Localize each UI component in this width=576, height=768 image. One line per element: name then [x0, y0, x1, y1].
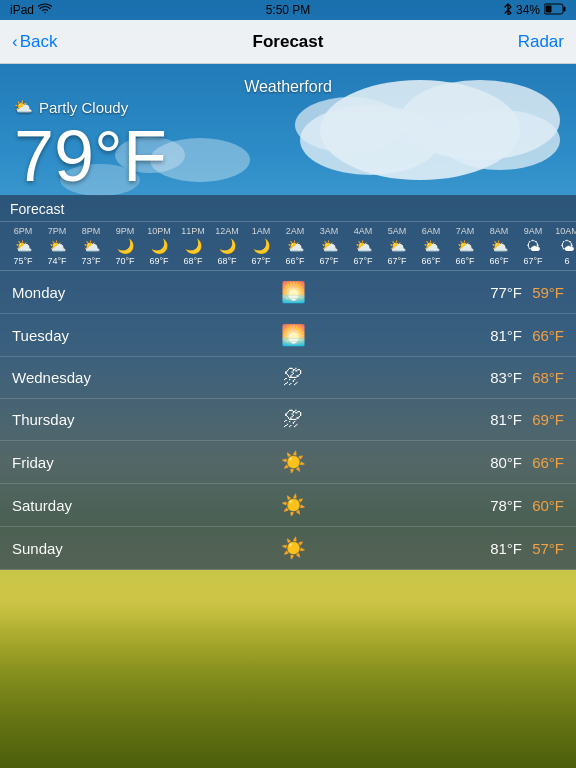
- daily-condition-icon: ☀️: [112, 493, 474, 517]
- daily-row: Wednesday ⛈ 83°F 68°F: [0, 357, 576, 399]
- hourly-icon: ⛅: [49, 238, 66, 254]
- hourly-temp: 69°F: [149, 256, 168, 266]
- battery-percent: 34%: [516, 3, 540, 17]
- hourly-time: 8PM: [82, 226, 101, 236]
- hourly-icon: 🌤: [526, 238, 540, 254]
- svg-rect-9: [564, 6, 566, 11]
- status-bar: iPad 5:50 PM 34%: [0, 0, 576, 20]
- daily-day-label: Tuesday: [12, 327, 112, 344]
- daily-condition-icon: 🌅: [112, 323, 474, 347]
- hourly-temp: 67°F: [251, 256, 270, 266]
- daily-high-temp: 78°F: [474, 497, 522, 514]
- hourly-temp: 67°F: [353, 256, 372, 266]
- hourly-icon: 🌙: [151, 238, 168, 254]
- daily-condition-icon: 🌅: [112, 280, 474, 304]
- hourly-time: 2AM: [286, 226, 305, 236]
- hourly-icon: ⛅: [423, 238, 440, 254]
- daily-high-temp: 81°F: [474, 411, 522, 428]
- hourly-row: 6PM ⛅ 75°F 7PM ⛅ 74°F 8PM ⛅ 73°F 9PM 🌙 7…: [0, 222, 576, 271]
- hourly-time: 10PM: [147, 226, 171, 236]
- daily-row: Tuesday 🌅 81°F 66°F: [0, 314, 576, 357]
- daily-rows: Monday 🌅 77°F 59°F Tuesday 🌅 81°F 66°F W…: [0, 271, 576, 570]
- status-right: 34%: [504, 3, 566, 18]
- daily-low-temp: 59°F: [522, 284, 564, 301]
- daily-high-temp: 81°F: [474, 327, 522, 344]
- daily-low-temp: 66°F: [522, 327, 564, 344]
- hourly-time: 8AM: [490, 226, 509, 236]
- condition-label: Partly Cloudy: [39, 99, 128, 116]
- hourly-time: 6AM: [422, 226, 441, 236]
- hourly-temp: 67°F: [387, 256, 406, 266]
- hourly-time: 1AM: [252, 226, 271, 236]
- hourly-temp: 66°F: [489, 256, 508, 266]
- hourly-icon: 🌙: [219, 238, 236, 254]
- status-left: iPad: [10, 3, 52, 17]
- daily-low-temp: 57°F: [522, 540, 564, 557]
- hourly-item: 1AM 🌙 67°F: [244, 226, 278, 266]
- hourly-icon: ⛅: [15, 238, 32, 254]
- daily-high-temp: 83°F: [474, 369, 522, 386]
- current-temp: 79°F: [14, 120, 167, 192]
- screen: iPad 5:50 PM 34%: [0, 0, 576, 768]
- svg-point-3: [440, 110, 560, 170]
- daily-day-label: Thursday: [12, 411, 112, 428]
- hourly-icon: 🌤: [560, 238, 574, 254]
- daily-low-temp: 68°F: [522, 369, 564, 386]
- hourly-temp: 6: [564, 256, 569, 266]
- hourly-temp: 68°F: [183, 256, 202, 266]
- daily-day-label: Monday: [12, 284, 112, 301]
- hourly-temp: 67°F: [319, 256, 338, 266]
- forecast-header-label: Forecast: [0, 195, 576, 222]
- hourly-item: 11PM 🌙 68°F: [176, 226, 210, 266]
- wifi-icon: [38, 3, 52, 17]
- bluetooth-icon: [504, 3, 512, 18]
- hourly-time: 6PM: [14, 226, 33, 236]
- hourly-temp: 68°F: [217, 256, 236, 266]
- hourly-time: 11PM: [181, 226, 205, 236]
- hourly-item: 12AM 🌙 68°F: [210, 226, 244, 266]
- chevron-left-icon: ‹: [12, 32, 18, 52]
- hourly-temp: 66°F: [455, 256, 474, 266]
- daily-high-temp: 77°F: [474, 284, 522, 301]
- hourly-temp: 73°F: [81, 256, 100, 266]
- hourly-icon: ⛅: [287, 238, 304, 254]
- daily-high-temp: 80°F: [474, 454, 522, 471]
- daily-condition-icon: ☀️: [112, 450, 474, 474]
- back-button[interactable]: ‹ Back: [12, 32, 57, 52]
- city-name: Weatherford: [0, 78, 576, 96]
- hourly-icon: 🌙: [253, 238, 270, 254]
- hourly-item: 10AM 🌤 6: [550, 226, 576, 266]
- hourly-item: 9AM 🌤 67°F: [516, 226, 550, 266]
- hourly-item: 7PM ⛅ 74°F: [40, 226, 74, 266]
- hourly-item: 4AM ⛅ 67°F: [346, 226, 380, 266]
- status-time: 5:50 PM: [266, 3, 311, 17]
- condition-icon: ⛅: [14, 98, 33, 116]
- nav-bar: ‹ Back Forecast Radar: [0, 20, 576, 64]
- hourly-icon: 🌙: [117, 238, 134, 254]
- daily-row: Saturday ☀️ 78°F 60°F: [0, 484, 576, 527]
- hourly-time: 5AM: [388, 226, 407, 236]
- daily-low-temp: 60°F: [522, 497, 564, 514]
- hourly-time: 7AM: [456, 226, 475, 236]
- hourly-icon: ⛅: [321, 238, 338, 254]
- daily-condition-icon: ⛈: [112, 408, 474, 431]
- daily-low-temp: 66°F: [522, 454, 564, 471]
- hourly-icon: ⛅: [355, 238, 372, 254]
- hourly-time: 9AM: [524, 226, 543, 236]
- hourly-icon: 🌙: [185, 238, 202, 254]
- hourly-icon: ⛅: [491, 238, 508, 254]
- daily-low-temp: 69°F: [522, 411, 564, 428]
- battery-icon: [544, 3, 566, 18]
- hourly-item: 8AM ⛅ 66°F: [482, 226, 516, 266]
- hourly-time: 9PM: [116, 226, 135, 236]
- hourly-time: 3AM: [320, 226, 339, 236]
- daily-row: Sunday ☀️ 81°F 57°F: [0, 527, 576, 570]
- hourly-item: 6AM ⛅ 66°F: [414, 226, 448, 266]
- radar-button[interactable]: Radar: [518, 32, 564, 52]
- hourly-temp: 70°F: [115, 256, 134, 266]
- hourly-temp: 67°F: [523, 256, 542, 266]
- forecast-panel: Forecast 6PM ⛅ 75°F 7PM ⛅ 74°F 8PM ⛅ 73°…: [0, 195, 576, 570]
- back-label: Back: [20, 32, 58, 52]
- hourly-item: 5AM ⛅ 67°F: [380, 226, 414, 266]
- daily-row: Thursday ⛈ 81°F 69°F: [0, 399, 576, 441]
